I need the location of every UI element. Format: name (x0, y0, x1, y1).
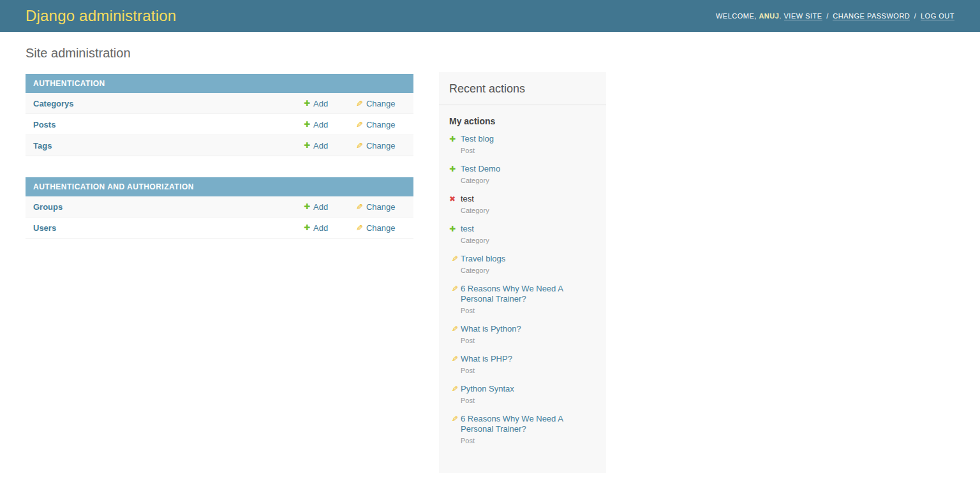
recent-action-body: Test DemoCategory (461, 164, 596, 184)
view-site-link[interactable]: VIEW SITE (784, 12, 822, 20)
content-main: Site administration AUTHENTICATIONCatego… (26, 32, 413, 260)
model-name-link[interactable]: Users (33, 223, 56, 233)
app-list: AUTHENTICATIONCategorys✚Add✎ChangePosts✚… (26, 74, 413, 238)
recent-action-link[interactable]: test (461, 224, 596, 234)
model-actions: ✚Add✎Change (304, 99, 406, 108)
recent-action-type: Category (461, 267, 596, 274)
recent-action-body: Travel blogsCategory (461, 254, 596, 274)
recent-action-type: Post (461, 307, 596, 314)
recent-action-type: Category (461, 177, 596, 184)
model-name-link[interactable]: Tags (33, 141, 52, 150)
change-link-label: Change (366, 141, 396, 150)
change-icon: ✎ (356, 121, 363, 129)
recent-action-link[interactable]: What is Python? (461, 324, 596, 334)
recent-actions-title: Recent actions (439, 72, 606, 105)
add-icon: ✚ (449, 164, 461, 174)
add-link[interactable]: ✚Add (304, 120, 348, 129)
recent-action-link[interactable]: Test blog (461, 134, 596, 144)
add-link-label: Add (313, 120, 328, 129)
add-link[interactable]: ✚Add (304, 99, 348, 108)
recent-action-type: Category (461, 207, 596, 214)
add-link-label: Add (313, 202, 328, 212)
my-actions-heading: My actions (439, 105, 606, 129)
model-actions: ✚Add✎Change (304, 120, 406, 129)
model-name-link[interactable]: Categorys (33, 99, 74, 108)
recent-action-body: Python SyntaxPost (461, 384, 596, 404)
recent-action-link[interactable]: What is PHP? (461, 354, 596, 364)
change-icon: ✎ (449, 284, 461, 294)
recent-action-item: ✎What is Python?Post (449, 324, 596, 344)
model-row: Groups✚Add✎Change (26, 196, 413, 217)
change-link[interactable]: ✎Change (356, 223, 406, 233)
add-icon: ✚ (304, 99, 310, 107)
model-actions: ✚Add✎Change (304, 202, 406, 212)
change-icon: ✎ (449, 414, 461, 424)
change-link-label: Change (366, 99, 396, 108)
page-title: Site administration (26, 46, 413, 61)
add-icon: ✚ (449, 134, 461, 144)
recent-action-body: What is Python?Post (461, 324, 596, 344)
recent-action-item: ✖testCategory (449, 194, 596, 214)
recent-action-type: Post (461, 367, 596, 374)
change-icon: ✎ (356, 142, 363, 150)
recent-actions-list: ✚Test blogPost✚Test DemoCategory✖testCat… (439, 129, 606, 444)
recent-action-item: ✚Test blogPost (449, 134, 596, 154)
change-link[interactable]: ✎Change (356, 120, 406, 129)
model-name-link[interactable]: Groups (33, 202, 63, 212)
add-link-label: Add (313, 141, 328, 150)
app-module: AUTHENTICATIONCategorys✚Add✎ChangePosts✚… (26, 74, 413, 156)
change-icon: ✎ (356, 224, 363, 232)
recent-action-link[interactable]: Python Syntax (461, 384, 596, 394)
recent-action-link[interactable]: Travel blogs (461, 254, 596, 264)
add-icon: ✚ (304, 121, 310, 128)
model-row: Users✚Add✎Change (26, 217, 413, 238)
add-link[interactable]: ✚Add (304, 223, 348, 233)
model-name-link[interactable]: Posts (33, 120, 56, 129)
add-link[interactable]: ✚Add (304, 141, 348, 150)
change-link-label: Change (366, 202, 396, 212)
user-tools-separator: / (824, 12, 831, 20)
recent-action-body: What is PHP?Post (461, 354, 596, 374)
add-link-label: Add (313, 223, 328, 233)
change-icon: ✎ (449, 324, 461, 334)
change-icon: ✎ (449, 254, 461, 264)
model-actions: ✚Add✎Change (304, 141, 406, 150)
add-icon: ✚ (304, 203, 310, 210)
change-link[interactable]: ✎Change (356, 141, 406, 150)
recent-action-item: ✚testCategory (449, 224, 596, 244)
delete-icon: ✖ (449, 194, 461, 204)
recent-action-link[interactable]: 6 Reasons Why We Need A Personal Trainer… (461, 284, 596, 304)
site-name[interactable]: Django administration (26, 7, 176, 25)
change-link[interactable]: ✎Change (356, 202, 406, 212)
recent-action-type: Post (461, 397, 596, 404)
recent-action-body: 6 Reasons Why We Need A Personal Trainer… (461, 414, 596, 444)
app-caption-link[interactable]: AUTHENTICATION (26, 74, 413, 93)
change-link[interactable]: ✎Change (356, 99, 406, 108)
change-icon: ✎ (356, 203, 363, 211)
add-link[interactable]: ✚Add (304, 202, 348, 212)
change-icon: ✎ (449, 354, 461, 364)
recent-action-label: test (461, 194, 596, 204)
recent-action-item: ✎Travel blogsCategory (449, 254, 596, 274)
change-link-label: Change (366, 223, 396, 233)
recent-action-link[interactable]: 6 Reasons Why We Need A Personal Trainer… (461, 414, 596, 434)
add-icon: ✚ (304, 224, 310, 231)
recent-action-type: Post (461, 337, 596, 344)
app-module: AUTHENTICATION AND AUTHORIZATIONGroups✚A… (26, 177, 413, 238)
change-icon: ✎ (356, 99, 363, 108)
recent-action-link[interactable]: Test Demo (461, 164, 596, 174)
add-icon: ✚ (449, 224, 461, 234)
recent-action-item: ✎6 Reasons Why We Need A Personal Traine… (449, 284, 596, 314)
user-tools-separator: / (912, 12, 919, 20)
change-password-link[interactable]: CHANGE PASSWORD (833, 12, 910, 20)
recent-action-type: Category (461, 237, 596, 244)
add-link-label: Add (313, 99, 328, 108)
app-caption-link[interactable]: AUTHENTICATION AND AUTHORIZATION (26, 177, 413, 196)
header: Django administration WELCOME, ANUJ. VIE… (0, 0, 980, 32)
log-out-link[interactable]: LOG OUT (921, 12, 954, 20)
username: ANUJ (759, 12, 779, 20)
recent-action-type: Post (461, 437, 596, 444)
model-row: Posts✚Add✎Change (26, 114, 413, 135)
recent-action-item: ✎What is PHP?Post (449, 354, 596, 374)
add-icon: ✚ (304, 142, 310, 149)
